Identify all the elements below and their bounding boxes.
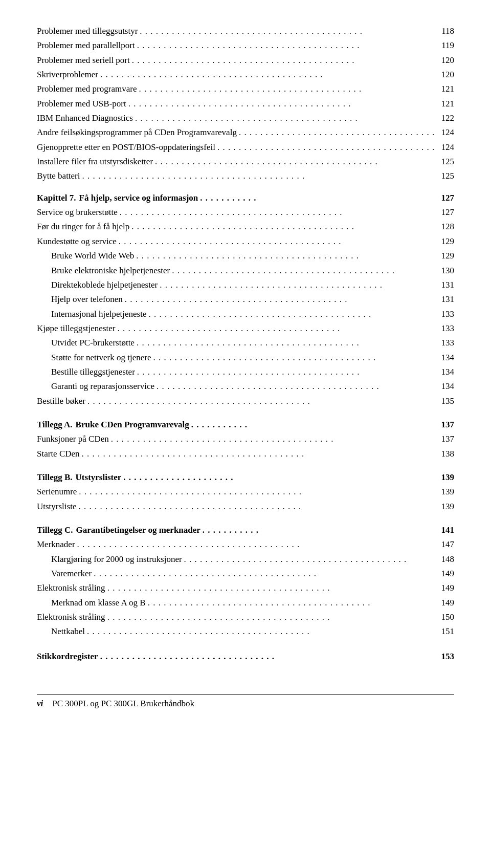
appendixA-title: Bruke CDen Programvarevalg [76, 418, 189, 431]
toc-page-number: 121 [439, 82, 454, 96]
list-item: Problemer med tilleggsutstyr. . . . . . … [37, 25, 454, 38]
toc-page-number: 128 [439, 220, 454, 233]
toc-entry-label: Serienumre [37, 485, 77, 498]
toc-dots: . . . . . . . . . . . . . . . . . . . . … [132, 54, 437, 67]
appendixA-entries-section: Funksjoner på CDen. . . . . . . . . . . … [37, 432, 454, 461]
toc-page-number: 127 [439, 206, 454, 219]
toc-page-number: 130 [439, 264, 454, 277]
list-item: Bestille tilleggstjenester. . . . . . . … [37, 365, 454, 379]
toc-dots: . . . . . . . . . . . . . . . . . . . . … [82, 169, 437, 183]
toc-page-number: 134 [439, 365, 454, 379]
list-item: Merknader. . . . . . . . . . . . . . . .… [37, 538, 454, 551]
list-item: Problemer med parallellport. . . . . . .… [37, 39, 454, 52]
appendixC-entries-section: Merknader. . . . . . . . . . . . . . . .… [37, 538, 454, 638]
toc-page-number: 120 [439, 54, 454, 67]
list-item: IBM Enhanced Diagnostics. . . . . . . . … [37, 112, 454, 125]
toc-page-number: 121 [439, 97, 454, 111]
toc-entry-label: Nettkabel [37, 625, 85, 638]
toc-dots: . . . . . . . . . . . . . . . . . . . . … [153, 351, 437, 364]
toc-dots: . . . . . . . . . . . . . . . . . . . . … [136, 249, 437, 263]
toc-page-number: 131 [439, 293, 454, 306]
toc-entry-label: Varemerker [37, 567, 92, 580]
list-item: Hjelp over telefonen. . . . . . . . . . … [37, 293, 454, 306]
appendixA-page: 137 [439, 418, 454, 431]
toc-dots: . . . . . . . . . . . . . . . . . . . . … [79, 485, 437, 498]
toc-entry-label: Direktekoblede hjelpetjenester [37, 278, 158, 292]
appendixA-label: Tillegg A. [37, 418, 73, 431]
list-item: Funksjoner på CDen. . . . . . . . . . . … [37, 432, 454, 446]
toc-dots: . . . . . . . . . . . . . . . . . . . . … [148, 308, 437, 321]
toc-dots: . . . . . . . . . . . . . . . . . . . . … [135, 112, 437, 125]
appendixB-dots: . . . . . . . . . . . . . . . . . . . . … [123, 471, 437, 484]
appendixC-heading: Tillegg C. Garantibetingelser og merknad… [37, 524, 454, 537]
toc-dots: . . . . . . . . . . . . . . . . . . . . … [239, 126, 437, 139]
appendixC-page: 141 [439, 524, 454, 537]
toc-dots: . . . . . . . . . . . . . . . . . . . . … [120, 206, 437, 219]
toc-entry-label: Kundestøtte og service [37, 235, 117, 248]
toc-entry-label: Merknad om klasse A og B [37, 596, 146, 610]
appendixB-page: 139 [439, 471, 454, 484]
toc-dots: . . . . . . . . . . . . . . . . . . . . … [184, 553, 437, 566]
appendixB-entries-section: Serienumre. . . . . . . . . . . . . . . … [37, 485, 454, 513]
list-item: Direktekoblede hjelpetjenester. . . . . … [37, 278, 454, 292]
toc-entry-label: Installere filer fra utstyrsdisketter [37, 155, 153, 168]
toc-main: Problemer med tilleggsutstyr. . . . . . … [37, 25, 454, 663]
toc-dots: . . . . . . . . . . . . . . . . . . . . … [137, 39, 437, 52]
toc-page-number: 133 [439, 322, 454, 335]
appendixB-label: Tillegg B. [37, 471, 73, 484]
appendixA-heading: Tillegg A. Bruke CDen Programvarevalg . … [37, 418, 454, 431]
top-entries-section: Problemer med tilleggsutstyr. . . . . . … [37, 25, 454, 183]
toc-entry-label: Funksjoner på CDen [37, 432, 109, 446]
toc-entry-label: Service og brukerstøtte [37, 206, 118, 219]
list-item: Utstyrsliste. . . . . . . . . . . . . . … [37, 500, 454, 513]
toc-dots: . . . . . . . . . . . . . . . . . . . . … [172, 264, 437, 277]
list-item: Elektronisk stråling. . . . . . . . . . … [37, 611, 454, 624]
list-item: Bytte batteri. . . . . . . . . . . . . .… [37, 169, 454, 183]
appendixC-label: Tillegg C. [37, 524, 73, 537]
list-item: Serienumre. . . . . . . . . . . . . . . … [37, 485, 454, 498]
list-item: Utvidet PC-brukerstøtte. . . . . . . . .… [37, 336, 454, 350]
toc-page-number: 147 [439, 538, 454, 551]
toc-page-number: 149 [439, 581, 454, 595]
chapter7-heading: Kapittel 7. Få hjelp, service og informa… [37, 191, 454, 205]
list-item: Problemer med programvare. . . . . . . .… [37, 82, 454, 96]
chapter7-label: Kapittel 7. [37, 191, 76, 205]
list-item: Andre feilsøkingsprogrammer på CDen Prog… [37, 126, 454, 139]
toc-dots: . . . . . . . . . . . . . . . . . . . . … [94, 567, 437, 580]
toc-page-number: 133 [439, 336, 454, 350]
toc-entry-label: Bestille bøker [37, 395, 85, 408]
list-item: Elektronisk stråling. . . . . . . . . . … [37, 581, 454, 595]
toc-page-number: 135 [439, 395, 454, 408]
toc-entry-label: Før du ringer for å få hjelp [37, 220, 129, 233]
toc-page-number: 133 [439, 308, 454, 321]
toc-entry-label: Skriverproblemer [37, 68, 98, 81]
list-item: Kundestøtte og service. . . . . . . . . … [37, 235, 454, 248]
toc-page-number: 129 [439, 235, 454, 248]
toc-page-number: 134 [439, 380, 454, 393]
toc-entry-label: Utstyrsliste [37, 500, 76, 513]
chapter7-page: 127 [439, 191, 454, 205]
toc-page-number: 119 [439, 39, 454, 52]
chapter7-dots: . . . . . . . . . . . [200, 191, 437, 205]
toc-dots: . . . . . . . . . . . . . . . . . . . . … [140, 25, 437, 38]
list-item: Garanti og reparasjonsservice. . . . . .… [37, 380, 454, 393]
toc-entry-label: Elektronisk stråling [37, 581, 105, 595]
toc-entry-label: Bestille tilleggstjenester [37, 365, 135, 379]
toc-entry-label: Problemer med seriell port [37, 54, 130, 67]
toc-entry-label: Problemer med parallellport [37, 39, 135, 52]
list-item: Service og brukerstøtte. . . . . . . . .… [37, 206, 454, 219]
toc-page-number: 148 [439, 553, 454, 566]
toc-page-number: 151 [439, 625, 454, 638]
toc-dots: . . . . . . . . . . . . . . . . . . . . … [217, 141, 437, 154]
toc-dots: . . . . . . . . . . . . . . . . . . . . … [125, 293, 437, 306]
toc-dots: . . . . . . . . . . . . . . . . . . . . … [107, 581, 437, 595]
toc-dots: . . . . . . . . . . . . . . . . . . . . … [157, 380, 437, 393]
toc-page-number: 149 [439, 567, 454, 580]
toc-entry-label: Garanti og reparasjonsservice [37, 380, 154, 393]
toc-entry-label: Kjøpe tilleggstjenester [37, 322, 115, 335]
toc-page-number: 137 [439, 432, 454, 446]
toc-page-number: 124 [439, 126, 454, 139]
toc-entry-label: Utvidet PC-brukerstøtte [37, 336, 135, 350]
list-item: Bruke World Wide Web. . . . . . . . . . … [37, 249, 454, 263]
appendixB-heading: Tillegg B. Utstyrslister . . . . . . . .… [37, 471, 454, 484]
